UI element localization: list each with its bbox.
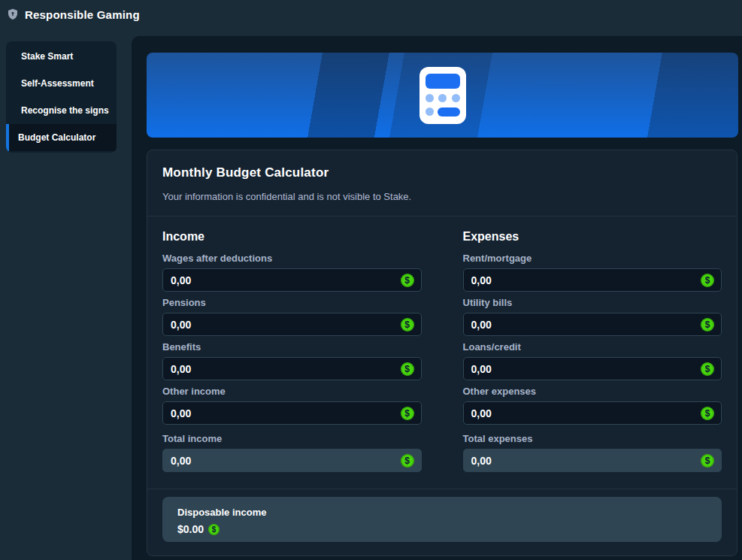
calculator-icon <box>419 67 466 124</box>
rent-mortgage-field: $ <box>463 268 722 292</box>
utility-bills-field: $ <box>463 313 722 336</box>
benefits-input[interactable] <box>171 363 401 375</box>
dollar-icon: $ <box>701 318 714 331</box>
dollar-icon: $ <box>701 407 714 420</box>
top-bar: Responsible Gaming <box>0 0 742 29</box>
total-income-label: Total income <box>162 433 422 444</box>
sidebar-item-recognise-the-signs[interactable]: Recognise the signs <box>6 97 117 124</box>
sidebar-item-self-assessment[interactable]: Self-Assessment <box>6 70 117 97</box>
income-field-group: Other income $ <box>162 386 422 425</box>
dollar-icon: $ <box>701 454 714 468</box>
budget-calculator-card: Monthly Budget Calculator Your informati… <box>147 150 737 556</box>
rent-mortgage-label: Rent/mortgage <box>463 253 722 264</box>
dollar-icon: $ <box>401 454 414 468</box>
dollar-icon: $ <box>401 407 414 420</box>
rent-mortgage-input[interactable] <box>471 274 701 286</box>
utility-bills-label: Utility bills <box>463 297 722 308</box>
calculator-icon-dot <box>438 94 447 102</box>
sidebar: Stake Smart Self-Assessment Recognise th… <box>6 41 117 153</box>
calculator-icon-screen <box>426 74 460 89</box>
dollar-icon: $ <box>208 524 220 535</box>
other-income-input[interactable] <box>171 407 401 419</box>
expenses-heading: Expenses <box>463 230 722 244</box>
card-body: Income Wages after deductions $ Pensions… <box>147 216 737 489</box>
disposable-income-panel: Disposable income $0.00 $ <box>162 497 722 542</box>
loans-credit-input[interactable] <box>471 363 701 375</box>
page-title: Responsible Gaming <box>25 8 140 21</box>
dollar-icon: $ <box>701 362 714 376</box>
disposable-income-value: $0.00 <box>177 523 204 535</box>
utility-bills-input[interactable] <box>471 319 701 331</box>
expenses-column: Expenses Rent/mortgage $ Utility bills $ <box>463 230 722 472</box>
loans-credit-label: Loans/credit <box>463 341 722 353</box>
total-income-field: $ <box>162 449 422 472</box>
divider <box>147 489 737 489</box>
card-footer: Disposable income $0.00 $ <box>147 489 737 555</box>
expenses-field-group: Loans/credit $ <box>463 341 722 380</box>
main-content: Monthly Budget Calculator Your informati… <box>132 36 742 560</box>
divider <box>147 216 737 216</box>
other-expenses-label: Other expenses <box>463 386 722 397</box>
income-field-group: Pensions $ <box>162 297 422 336</box>
loans-credit-field: $ <box>463 357 722 380</box>
benefits-label: Benefits <box>162 341 422 353</box>
budget-calculator-banner <box>147 53 738 138</box>
other-income-label: Other income <box>162 386 422 397</box>
wages-label: Wages after deductions <box>162 253 422 264</box>
total-expenses-value <box>471 455 701 467</box>
sidebar-item-budget-calculator[interactable]: Budget Calculator <box>6 124 117 151</box>
shield-icon <box>7 8 19 21</box>
pensions-label: Pensions <box>162 297 422 308</box>
card-subtitle: Your information is confidential and is … <box>162 191 722 202</box>
wages-input[interactable] <box>171 274 401 286</box>
income-column: Income Wages after deductions $ Pensions… <box>162 230 422 472</box>
income-field-group: Wages after deductions $ <box>162 253 422 292</box>
calculator-icon-dot <box>426 107 434 116</box>
income-heading: Income <box>162 230 422 244</box>
total-expenses-group: Total expenses $ <box>463 433 722 472</box>
total-expenses-field: $ <box>463 449 722 472</box>
benefits-field: $ <box>162 357 422 380</box>
calculator-icon-pill <box>438 107 460 117</box>
pensions-input[interactable] <box>171 319 401 331</box>
income-field-group: Benefits $ <box>162 341 422 380</box>
sidebar-item-stake-smart[interactable]: Stake Smart <box>6 43 117 70</box>
disposable-income-label: Disposable income <box>177 507 707 518</box>
calculator-icon-dot <box>426 94 434 102</box>
expenses-field-group: Other expenses $ <box>463 386 722 425</box>
other-income-field: $ <box>162 401 422 425</box>
calculator-icon-dot <box>452 94 460 102</box>
other-expenses-field: $ <box>463 401 722 425</box>
total-income-group: Total income $ <box>162 433 422 472</box>
pensions-field: $ <box>162 313 422 336</box>
card-header: Monthly Budget Calculator Your informati… <box>147 150 737 216</box>
dollar-icon: $ <box>401 318 414 331</box>
card-title: Monthly Budget Calculator <box>162 165 722 180</box>
total-expenses-label: Total expenses <box>463 433 722 444</box>
wages-field: $ <box>162 268 422 292</box>
total-income-value <box>171 455 401 467</box>
expenses-field-group: Utility bills $ <box>463 297 722 336</box>
other-expenses-input[interactable] <box>471 407 701 419</box>
expenses-field-group: Rent/mortgage $ <box>463 253 722 292</box>
dollar-icon: $ <box>701 274 714 287</box>
dollar-icon: $ <box>401 274 414 287</box>
dollar-icon: $ <box>401 362 414 376</box>
